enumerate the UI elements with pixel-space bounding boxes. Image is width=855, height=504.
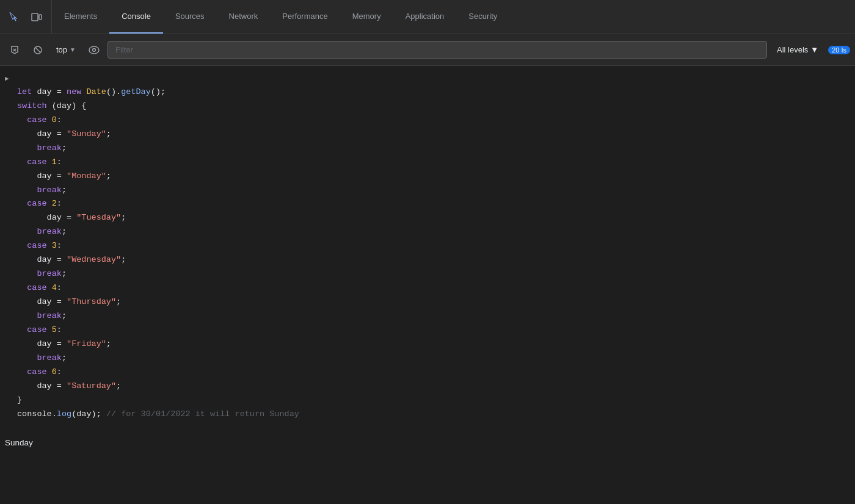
issue-count-badge: 20 Is	[828, 46, 850, 54]
svg-line-6	[35, 48, 40, 52]
tab-application[interactable]: Application	[393, 0, 457, 34]
tab-performance[interactable]: Performance	[270, 0, 340, 34]
svg-point-8	[92, 48, 95, 51]
main-tabs: Elements Console Sources Network Perform…	[52, 0, 855, 34]
output-value: Sunday	[5, 436, 33, 450]
svg-point-7	[89, 46, 99, 54]
tab-console[interactable]: Console	[109, 0, 163, 34]
eye-icon[interactable]	[84, 40, 104, 60]
tab-bar: Elements Console Sources Network Perform…	[0, 0, 855, 34]
inspect-icon[interactable]	[5, 7, 24, 27]
tab-network[interactable]: Network	[217, 0, 271, 34]
console-input-line: let day = new Date().getDay(); switch (d…	[0, 71, 855, 436]
tab-memory[interactable]: Memory	[340, 0, 393, 34]
device-toolbar-icon[interactable]	[27, 7, 46, 27]
console-output: let day = new Date().getDay(); switch (d…	[0, 66, 855, 504]
stop-icon[interactable]	[28, 40, 48, 60]
svg-rect-0	[32, 13, 38, 21]
filter-input[interactable]	[107, 41, 767, 59]
console-toolbar: top ▼ All levels ▼ 20 Is	[0, 34, 855, 66]
log-levels-dropdown[interactable]: All levels ▼	[771, 43, 824, 57]
console-output-sunday: Sunday	[0, 436, 855, 450]
chevron-down-icon: ▼	[810, 45, 818, 54]
tab-elements[interactable]: Elements	[52, 0, 109, 34]
clear-console-button[interactable]	[5, 40, 24, 60]
devtools-icons	[0, 0, 52, 34]
chevron-down-icon: ▼	[70, 46, 76, 53]
tab-security[interactable]: Security	[456, 0, 509, 34]
code-content: let day = new Date().getDay(); switch (d…	[17, 71, 299, 435]
tab-sources[interactable]: Sources	[163, 0, 217, 34]
context-dropdown[interactable]: top ▼	[51, 43, 81, 57]
svg-rect-1	[39, 15, 42, 20]
